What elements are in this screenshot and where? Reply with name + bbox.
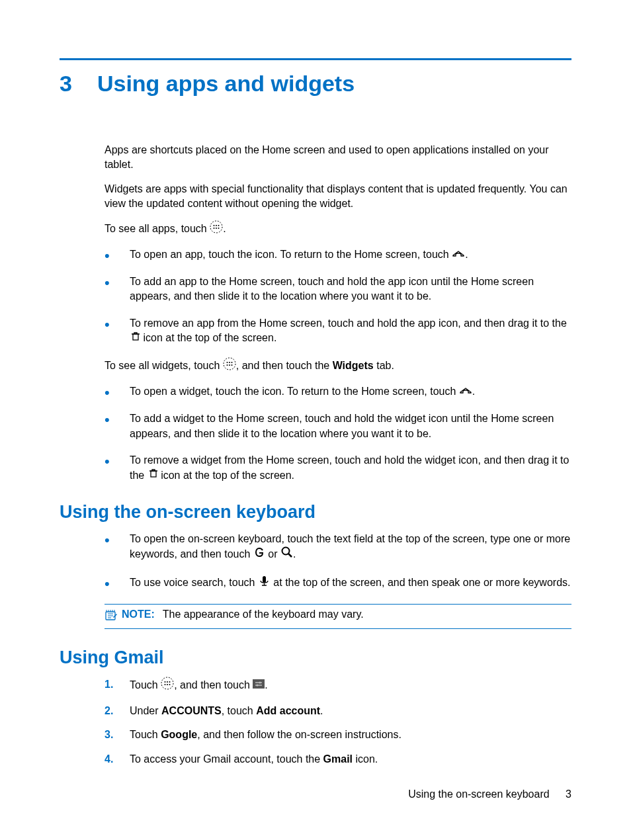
- gmail-step-3: Touch Google, and then follow the on-scr…: [105, 728, 571, 742]
- settings-tile-icon: [253, 678, 265, 693]
- apps-item-remove: To remove an app from the Home screen, t…: [105, 316, 571, 346]
- page-footer: Using the on-screen keyboard 3: [408, 788, 571, 800]
- widgets-item-remove: To remove a widget from the Home screen,…: [105, 453, 571, 483]
- home-icon: [459, 384, 472, 399]
- section-gmail-heading: Using Gmail: [60, 648, 571, 668]
- footer-page-number: 3: [566, 788, 571, 800]
- chapter-body: Apps are shortcuts placed on the Home sc…: [105, 143, 571, 483]
- apps-item-open: To open an app, touch the icon. To retur…: [105, 247, 571, 263]
- widgets-tab-label: Widgets: [333, 360, 374, 371]
- widgets-item-open: To open a widget, touch the icon. To ret…: [105, 384, 571, 399]
- gmail-step-1: Touch , and then touch .: [105, 677, 571, 694]
- all-apps-icon: [223, 357, 236, 374]
- apps-item-add: To add an app to the Home screen, touch …: [105, 274, 571, 304]
- note-text: The appearance of the keyboard may vary.: [163, 609, 364, 620]
- widgets-intro: To see all widgets, touch , and then tou…: [105, 358, 571, 375]
- intro-p3: To see all apps, touch .: [105, 221, 571, 238]
- note-box: NOTE: The appearance of the keyboard may…: [105, 604, 571, 629]
- widgets-list: To open a widget, touch the icon. To ret…: [105, 384, 571, 483]
- chapter-title: 3 Using apps and widgets: [60, 71, 571, 97]
- section-keyboard-body: To open the on-screen keyboard, touch th…: [105, 532, 571, 629]
- gmail-step-4: To access your Gmail account, touch the …: [105, 752, 571, 767]
- widgets-item-add: To add a widget to the Home screen, touc…: [105, 411, 571, 441]
- keyboard-item-open: To open the on-screen keyboard, touch th…: [105, 532, 571, 564]
- chapter-number: 3: [60, 71, 72, 97]
- google-g-icon: [253, 546, 265, 563]
- chapter-title-text: Using apps and widgets: [97, 71, 355, 97]
- footer-section-name: Using the on-screen keyboard: [408, 788, 549, 800]
- section-gmail-body: Touch , and then touch . Under ACCOUNTS,…: [105, 677, 571, 767]
- keyboard-item-voice: To use voice search, touch at the top of…: [105, 575, 571, 591]
- trash-icon: [130, 331, 140, 345]
- intro-p1: Apps are shortcuts placed on the Home sc…: [105, 143, 571, 173]
- section-keyboard-heading: Using the on-screen keyboard: [60, 502, 571, 523]
- all-apps-icon: [161, 677, 174, 694]
- note-icon: [105, 609, 118, 624]
- gmail-steps: Touch , and then touch . Under ACCOUNTS,…: [105, 677, 571, 767]
- note-label: NOTE:: [122, 609, 155, 620]
- document-page: 3 Using apps and widgets Apps are shortc…: [0, 0, 631, 840]
- intro-p2: Widgets are apps with special functional…: [105, 182, 571, 212]
- apps-list: To open an app, touch the icon. To retur…: [105, 247, 571, 346]
- all-apps-icon: [210, 220, 223, 237]
- home-icon: [452, 247, 465, 262]
- search-icon: [280, 546, 293, 562]
- chapter-top-rule: [60, 58, 571, 60]
- trash-icon: [147, 468, 158, 482]
- gmail-step-2: Under ACCOUNTS, touch Add account.: [105, 704, 571, 718]
- microphone-icon: [258, 575, 271, 591]
- keyboard-list: To open the on-screen keyboard, touch th…: [105, 532, 571, 592]
